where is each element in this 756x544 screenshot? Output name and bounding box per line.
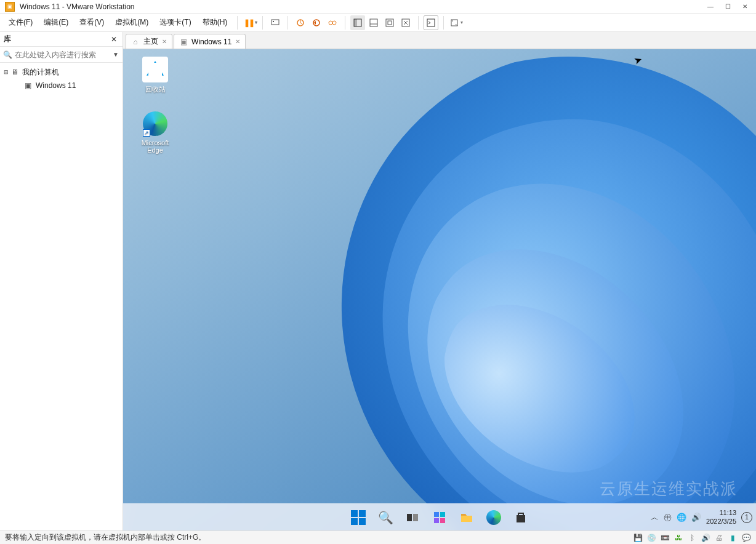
tab-vm-label: Windows 11 [191,38,231,46]
taskbar-edge-button[interactable] [482,506,505,529]
status-hint: 要将输入定向到该虚拟机，请在虚拟机内部单击或按 Ctrl+G。 [5,532,633,543]
tray-volume-icon[interactable]: 🔊 [691,513,701,522]
svg-rect-13 [427,19,435,26]
vm-icon: ▣ [25,81,36,90]
guest-taskbar: 🔍 ︿ ㊥ 🌐 🔊 11:13 2022/3/25 1 [123,503,756,530]
svg-rect-7 [354,19,357,26]
status-network-icon[interactable]: 🖧 [674,534,683,542]
home-icon: ⌂ [131,38,140,46]
store-icon [513,510,528,525]
vm-area: ⌂ 主页 ✕ ▣ Windows 11 ✕ 回收站 ↗ Microso [123,32,756,530]
library-panel: 库 ✕ 🔍 ▼ ⊟ 🖥 我的计算机 ▣ Windows 11 [0,32,123,530]
widgets-button[interactable] [428,506,451,529]
search-icon: 🔍 [2,50,12,59]
minimize-button[interactable]: — [702,1,719,13]
menu-edit[interactable]: 编辑(E) [39,15,73,30]
folder-icon [459,510,474,525]
library-search: 🔍 ▼ [0,47,123,63]
svg-rect-8 [370,19,377,26]
tab-close-icon[interactable]: ✕ [162,38,167,45]
svg-point-4 [329,21,332,25]
status-floppy-icon[interactable]: 📼 [660,534,670,542]
tray-clock[interactable]: 11:13 2022/3/25 [706,509,736,525]
shortcut-overlay-icon: ↗ [143,129,150,137]
tray-language-icon[interactable]: ㊥ [664,512,672,523]
tree-collapse-icon[interactable]: ⊟ [4,69,11,75]
recycle-bin-icon [142,57,168,82]
svg-rect-16 [413,514,418,521]
library-close-button[interactable]: ✕ [109,34,119,44]
windows-logo-icon [351,510,366,525]
library-tree: ⊟ 🖥 我的计算机 ▣ Windows 11 [0,63,123,530]
edge-label-1: Microsoft [132,139,179,146]
vm-tab-icon: ▣ [179,38,188,46]
tab-home[interactable]: ⌂ 主页 ✕ [126,34,172,49]
window-title: Windows 11 - VMware Workstation [20,2,702,11]
tree-item-windows11[interactable]: ▣ Windows 11 [0,79,123,92]
close-button[interactable]: ✕ [736,1,754,13]
library-search-input[interactable] [12,50,111,59]
taskbar-explorer-button[interactable] [455,506,478,529]
tray-network-icon[interactable]: 🌐 [677,513,686,522]
tree-item-label: Windows 11 [36,81,76,90]
revert-snapshot-button[interactable] [309,15,324,30]
status-usb-icon[interactable]: ᛒ [687,534,697,542]
send-cad-button[interactable] [268,15,283,30]
snapshot-button[interactable] [293,15,308,30]
tabstrip: ⌂ 主页 ✕ ▣ Windows 11 ✕ [123,32,756,49]
library-title: 库 [4,34,109,44]
task-view-icon [405,510,420,525]
status-printer-icon[interactable]: 🖨 [714,534,724,542]
taskbar-search-button[interactable]: 🔍 [374,506,397,529]
app-icon: ▣ [5,2,15,12]
svg-rect-1 [273,21,274,22]
desktop-icon-edge[interactable]: ↗ Microsoft Edge [132,111,179,154]
task-view-button[interactable] [401,506,424,529]
view-single-button[interactable] [350,15,365,30]
stretch-button[interactable] [449,15,464,30]
menu-file[interactable]: 文件(F) [4,15,38,30]
snapshot-manager-button[interactable] [325,15,340,30]
menu-vm[interactable]: 虚拟机(M) [110,15,153,30]
taskbar-store-button[interactable] [509,506,533,529]
wallpaper-bloom [153,49,756,530]
tree-root-label: 我的计算机 [22,67,59,78]
desktop-icon-recycle-bin[interactable]: 回收站 [132,57,179,94]
svg-rect-10 [386,19,393,26]
guest-desktop[interactable]: 回收站 ↗ Microsoft Edge ➤ 云原生运维实战派 🔍 [123,49,756,530]
tab-close-icon[interactable]: ✕ [235,38,240,45]
system-tray: ︿ ㊥ 🌐 🔊 11:13 2022/3/25 1 [651,509,752,525]
console-view-button[interactable] [424,15,438,30]
svg-rect-0 [271,20,279,25]
suspend-button[interactable]: ❚❚ [243,15,257,30]
menu-help[interactable]: 帮助(H) [198,15,233,30]
svg-rect-17 [434,512,439,517]
maximize-button[interactable]: ☐ [719,1,736,13]
tab-home-label: 主页 [143,36,158,47]
tray-chevron-icon[interactable]: ︿ [651,512,659,523]
svg-rect-20 [440,518,445,523]
status-sound-icon[interactable]: 🔊 [701,534,710,542]
statusbar: 要将输入定向到该虚拟机，请在虚拟机内部单击或按 Ctrl+G。 💾 💿 📼 🖧 … [0,530,756,544]
search-dropdown-icon[interactable]: ▼ [111,51,120,58]
start-button[interactable] [347,506,370,529]
status-disk-icon[interactable]: 💾 [633,534,643,542]
status-cd-icon[interactable]: 💿 [646,534,656,542]
status-display-icon[interactable]: ▮ [728,534,738,542]
tray-notifications-icon[interactable]: 1 [741,512,752,523]
menu-tabs[interactable]: 选项卡(T) [155,15,196,30]
widgets-icon [432,510,447,525]
tray-date: 2022/3/25 [706,518,736,526]
status-message-icon[interactable]: 💬 [741,534,751,542]
tab-windows11[interactable]: ▣ Windows 11 ✕ [174,34,246,49]
menu-view[interactable]: 查看(V) [74,15,109,30]
tree-root-my-computer[interactable]: ⊟ 🖥 我的计算机 [0,65,123,79]
view-console-button[interactable] [366,15,381,30]
edge-icon [486,510,501,525]
svg-rect-15 [407,514,412,521]
computer-icon: 🖥 [11,68,22,76]
menubar: 文件(F) 编辑(E) 查看(V) 虚拟机(M) 选项卡(T) 帮助(H) ❚❚ [0,14,756,32]
view-unity-button[interactable] [398,15,413,30]
view-fullscreen-button[interactable] [382,15,397,30]
svg-rect-11 [388,21,392,25]
